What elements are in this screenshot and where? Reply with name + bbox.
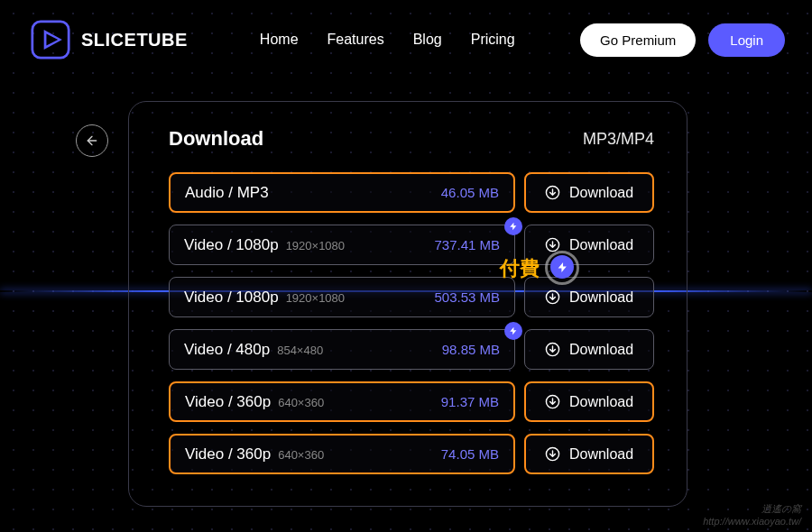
table-row: Video / 1080p1920×1080503.53 MBDownload [169,277,654,317]
download-button[interactable]: Download [524,225,654,265]
download-icon [545,289,560,305]
brand-wrap: SLICETUBE [31,20,188,60]
download-button[interactable]: Download [524,277,654,317]
download-button-label: Download [569,342,633,358]
bolt-icon [509,222,518,231]
download-button[interactable]: Download [524,434,654,474]
brand-text: SLICETUBE [81,30,188,50]
download-button-label: Download [569,394,633,410]
format-info: Video / 360p640×36074.05 MB [169,434,515,474]
nav-blog[interactable]: Blog [413,32,442,48]
size-label: 74.05 MB [441,446,499,462]
watermark-line1: 逍遙の窩 [703,502,801,516]
format-label: Audio / MP3 [185,184,269,202]
download-icon [545,394,560,409]
arrow-left-icon [85,133,99,148]
size-label: 503.53 MB [434,289,500,305]
format-label: Video / 1080p [184,236,279,254]
premium-badge [504,322,522,340]
nav-pricing[interactable]: Pricing [471,32,515,48]
panel-header: Download MP3/MP4 [169,127,654,151]
paid-annotation-label: 付費 [500,255,540,282]
brand-icon [31,20,70,60]
paid-annotation-circle [545,251,579,285]
format-list: Audio / MP346.05 MBDownloadVideo / 1080p… [169,172,654,474]
nav-features[interactable]: Features [328,32,384,48]
download-button[interactable]: Download [524,329,654,370]
resolution-label: 1920×1080 [286,291,345,305]
resolution-label: 1920×1080 [286,239,345,252]
format-label: Video / 1080p [184,289,279,307]
download-panel: Download MP3/MP4 Audio / MP346.05 MBDown… [128,101,687,507]
table-row: Video / 1080p1920×1080737.41 MBDownload [169,225,654,265]
format-label: Video / 360p [185,393,271,411]
download-button[interactable]: Download [524,381,654,422]
watermark-line2: http://www.xiaoyao.tw/ [703,516,801,527]
download-icon [545,342,560,357]
download-button[interactable]: Download [524,172,654,213]
table-row: Video / 480p854×48098.85 MBDownload [169,329,654,370]
table-row: Video / 360p640×36091.37 MBDownload [169,381,654,422]
download-button-label: Download [569,446,633,463]
login-button[interactable]: Login [708,23,785,57]
format-label: Video / 360p [185,445,271,463]
download-button-label: Download [569,185,633,201]
size-label: 46.05 MB [441,185,499,200]
format-label: Video / 480p [184,341,270,359]
nav-home[interactable]: Home [260,32,299,48]
header-actions: Go Premium Login [580,23,785,57]
format-info: Video / 360p640×36091.37 MB [169,381,515,422]
format-list-wrap: Audio / MP346.05 MBDownloadVideo / 1080p… [169,172,654,501]
download-icon [545,446,560,462]
size-label: 98.85 MB [442,342,500,357]
bolt-icon [509,326,518,335]
go-premium-button[interactable]: Go Premium [580,23,696,57]
size-label: 91.37 MB [441,394,499,409]
premium-badge [504,217,522,235]
table-row: Video / 360p640×36074.05 MBDownload [169,434,654,474]
download-button-label: Download [569,289,633,306]
size-label: 737.41 MB [434,237,500,252]
main-nav: Home Features Blog Pricing [260,32,515,48]
download-icon [545,185,560,200]
table-row: Audio / MP346.05 MBDownload [169,172,654,213]
format-info: Video / 1080p1920×1080737.41 MB [169,225,515,265]
watermark: 逍遙の窩 http://www.xiaoyao.tw/ [703,502,801,527]
panel-subtitle: MP3/MP4 [583,130,654,149]
app-header: SLICETUBE Home Features Blog Pricing Go … [0,0,812,76]
format-info: Audio / MP346.05 MB [169,172,515,213]
back-button[interactable] [76,124,108,157]
download-button-label: Download [569,237,633,253]
resolution-label: 640×360 [278,396,324,409]
resolution-label: 640×360 [278,448,324,462]
resolution-label: 854×480 [277,344,323,357]
format-info: Video / 480p854×48098.85 MB [169,329,515,370]
panel-title: Download [169,127,263,151]
format-info: Video / 1080p1920×1080503.53 MB [169,277,515,317]
